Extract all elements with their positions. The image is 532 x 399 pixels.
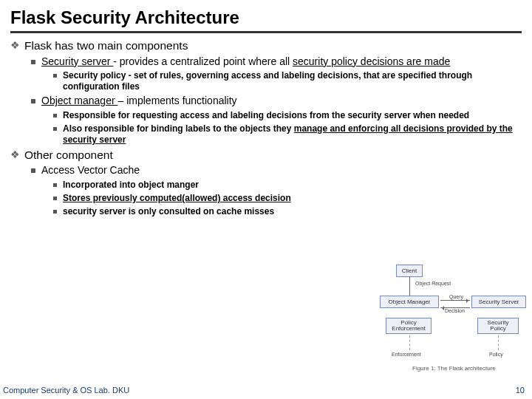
ul-text: Security server bbox=[41, 55, 113, 67]
ul-text: Object manager bbox=[41, 95, 118, 106]
square-bullet-icon bbox=[53, 74, 57, 78]
square-bullet-icon bbox=[53, 210, 57, 214]
plain-text: Also responsible for binding labels to t… bbox=[63, 123, 294, 134]
square-bullet-icon bbox=[31, 99, 35, 103]
l2-text: Object manager – implements functionalit… bbox=[41, 95, 237, 108]
diamond-bullet-icon: ❖ bbox=[10, 39, 20, 52]
l2-text: Security server - provides a centralized… bbox=[41, 55, 450, 69]
diag-dashed-line bbox=[409, 335, 410, 350]
slide-content: ❖ Flask has two main components Security… bbox=[0, 39, 532, 217]
diag-arrow-query bbox=[440, 300, 470, 301]
l1-text: Other component bbox=[24, 149, 113, 163]
bullet-l1: ❖ Other component bbox=[10, 149, 522, 163]
diag-client-box: Client bbox=[396, 265, 423, 277]
diag-pe-box: Policy Enforcement bbox=[386, 318, 432, 334]
bullet-l3: Incorporated into object manger bbox=[53, 180, 522, 191]
l3-text: Security policy - set of rules, governin… bbox=[63, 70, 522, 92]
bullet-l3: Also responsible for binding labels to t… bbox=[53, 123, 522, 146]
l3-text: Stores previously computed(allowed) acce… bbox=[63, 193, 291, 204]
square-bullet-icon bbox=[53, 183, 57, 187]
diag-label-query: Query bbox=[449, 294, 463, 299]
l3-text: Responsible for requesting access and la… bbox=[63, 110, 469, 121]
diag-dashed-line bbox=[498, 335, 499, 350]
footer-lab-name: Computer Security & OS Lab. DKU bbox=[3, 386, 129, 395]
square-bullet-icon bbox=[53, 197, 57, 200]
plain-text: – implements functionality bbox=[118, 95, 237, 106]
square-bullet-icon bbox=[31, 60, 35, 64]
l1-text: Flask has two main components bbox=[24, 39, 188, 53]
l3-text: Incorporated into object manger bbox=[63, 180, 199, 191]
diag-om-box: Object Manager bbox=[380, 296, 439, 308]
square-bullet-icon bbox=[53, 127, 57, 131]
plain-text: - provides a centralized point where all bbox=[113, 55, 293, 67]
diag-ss-box: Security Server bbox=[471, 296, 526, 308]
title-divider bbox=[10, 31, 522, 33]
l2-text: Access Vector Cache bbox=[41, 164, 140, 177]
bullet-l3: security server is only consulted on cac… bbox=[53, 206, 522, 217]
l3-text: security server is only consulted on cac… bbox=[63, 206, 274, 217]
bullet-l3: Security policy - set of rules, governin… bbox=[53, 70, 522, 92]
diag-line bbox=[409, 276, 410, 296]
bullet-l1: ❖ Flask has two main components bbox=[10, 39, 522, 53]
ul-text: security policy decisions are made bbox=[293, 55, 450, 67]
l3-text: Also responsible for binding labels to t… bbox=[63, 123, 522, 146]
bullet-l3: Responsible for requesting access and la… bbox=[53, 110, 522, 121]
slide-title: Flask Security Architecture bbox=[0, 0, 532, 31]
square-bullet-icon bbox=[31, 168, 35, 173]
bullet-l2: Object manager – implements functionalit… bbox=[31, 95, 522, 108]
diag-label-request: Object Request bbox=[415, 281, 451, 286]
bullet-l2: Access Vector Cache bbox=[31, 164, 522, 177]
slide-number: 10 bbox=[516, 386, 525, 395]
diag-label-decision: Decision bbox=[445, 308, 465, 313]
diag-caption: Figure 1: The Flask architecture bbox=[412, 365, 496, 372]
bullet-l3: Stores previously computed(allowed) acce… bbox=[53, 193, 522, 204]
diamond-bullet-icon: ❖ bbox=[10, 149, 20, 161]
slide-footer: Computer Security & OS Lab. DKU 10 bbox=[3, 386, 525, 395]
diag-sp-box: Security Policy bbox=[477, 318, 519, 334]
diag-label-policy: Policy bbox=[489, 352, 503, 357]
diag-label-enforcement: Enforcement bbox=[392, 352, 421, 357]
square-bullet-icon bbox=[53, 114, 57, 117]
bullet-l2: Security server - provides a centralized… bbox=[31, 55, 522, 69]
